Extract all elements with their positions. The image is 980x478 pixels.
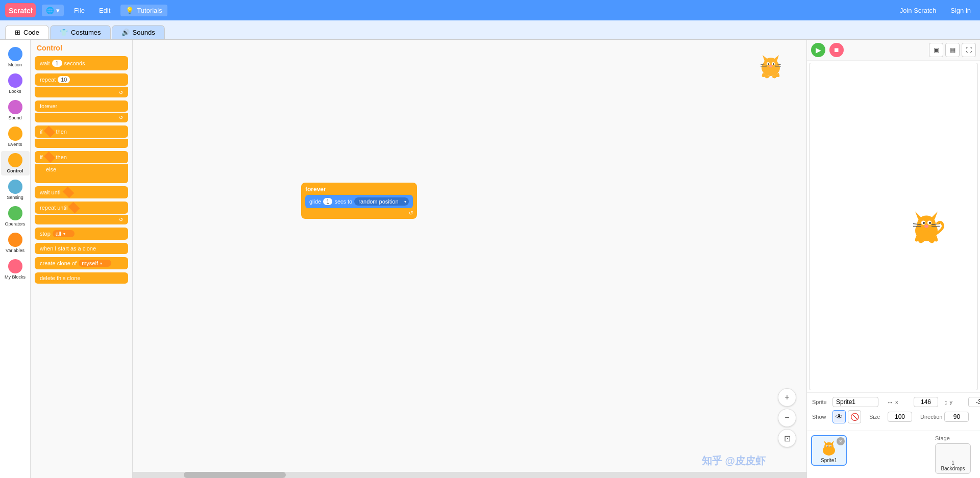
block-repeat-until[interactable]: repeat until <box>35 202 128 214</box>
tab-sounds[interactable]: 🔊 Sounds <box>112 25 165 39</box>
stage-preview[interactable] <box>809 63 978 390</box>
stage-small-button[interactable]: ▣ <box>929 43 943 57</box>
variables-dot <box>8 233 22 247</box>
block-wait[interactable]: wait 1 seconds <box>35 56 128 70</box>
block-clone-start[interactable]: when I start as a clone <box>35 243 128 254</box>
diamond-icon4 <box>68 202 80 214</box>
direction-input[interactable] <box>944 412 969 422</box>
events-label: Events <box>8 142 22 147</box>
size-input[interactable] <box>888 412 912 422</box>
tutorials-icon: 💡 <box>126 7 134 14</box>
sidebar-item-operators[interactable]: Operators <box>1 204 30 229</box>
stage-thumb[interactable]: 1 Backdrops <box>935 443 971 474</box>
tutorials-button[interactable]: 💡 Tutorials <box>120 5 167 16</box>
zoom-out-button[interactable]: − <box>778 409 796 427</box>
svg-point-33 <box>827 445 828 446</box>
svg-point-21 <box>929 222 931 224</box>
code-icon: ⊞ <box>15 29 20 36</box>
block-delete-clone[interactable]: delete this clone <box>35 272 128 284</box>
stop-dropdown[interactable]: all▾ <box>53 230 75 237</box>
glide-block[interactable]: glide 1 secs to random position <box>305 195 413 208</box>
tab-costumes[interactable]: 👕 Costumes <box>50 25 111 39</box>
stage-fullscreen-button[interactable]: ⛶ <box>962 43 976 57</box>
looks-label: Looks <box>9 89 21 94</box>
x-input[interactable] <box>914 397 938 407</box>
globe-menu[interactable]: 🌐 ▾ <box>42 5 64 16</box>
block-forever-bottom[interactable]: ↺ <box>35 113 128 122</box>
glide-input[interactable]: 1 <box>323 198 332 205</box>
sound-label: Sound <box>8 115 21 120</box>
block-repeat-inner[interactable]: ↺ <box>35 87 128 97</box>
sidebar-item-control[interactable]: Control <box>1 151 30 175</box>
zoom-in-button[interactable]: + <box>778 388 796 407</box>
block-forever[interactable]: forever <box>35 100 128 112</box>
glide-label: glide <box>309 198 321 205</box>
sprite-name-input[interactable] <box>832 397 878 407</box>
sprite-list-area: ✕ Sprite1 Stage <box>807 431 980 478</box>
block-else-bottom[interactable] <box>35 174 128 183</box>
globe-arrow: ▾ <box>56 7 60 14</box>
size-pair: Size <box>869 412 912 422</box>
sign-in-link[interactable]: Sign in <box>946 5 975 16</box>
block-else-label[interactable]: else <box>35 164 128 174</box>
svg-text:Scratch: Scratch <box>9 7 33 15</box>
diamond-icon2 <box>43 152 55 163</box>
glide-destination-dropdown[interactable]: random position <box>354 197 408 206</box>
sidebar-item-sensing[interactable]: Sensing <box>1 178 30 202</box>
sprite1-thumb[interactable]: ✕ Sprite1 <box>811 435 847 466</box>
x-icon: ↔ <box>887 398 893 406</box>
show-hidden-button[interactable]: 🚫 <box>848 410 861 423</box>
sidebar-item-sound[interactable]: Sound <box>1 98 30 122</box>
block-create-clone[interactable]: create clone of myself▾ <box>35 257 128 269</box>
scratch-logo[interactable]: Scratch <box>5 3 36 17</box>
block-if-else[interactable]: if then <box>35 151 128 163</box>
main-layout: Motion Looks Sound Events Control Sensin… <box>0 40 980 478</box>
script-area[interactable]: forever glide 1 secs to random position … <box>133 40 806 478</box>
block-if-then-bottom[interactable] <box>35 139 128 148</box>
stage-area: ▶ ⏹ ▣ ▦ ⛶ <box>806 40 980 478</box>
forever-block[interactable]: forever glide 1 secs to random position … <box>301 183 417 219</box>
edit-menu[interactable]: Edit <box>95 5 114 16</box>
block-repeat[interactable]: repeat 10 <box>35 73 128 86</box>
forever-block-wrapper[interactable]: forever glide 1 secs to random position … <box>301 183 417 219</box>
horizontal-scrollbar[interactable] <box>133 472 806 478</box>
svg-point-20 <box>923 222 925 224</box>
sprite-label: Sprite <box>812 399 828 405</box>
y-input[interactable] <box>968 397 981 407</box>
variables-label: Variables <box>6 248 24 253</box>
zoom-controls: + − ⊡ <box>778 388 796 447</box>
green-flag-button[interactable]: ▶ <box>811 43 825 57</box>
operators-dot <box>8 206 22 220</box>
scrollbar-thumb[interactable] <box>184 472 286 478</box>
y-icon: ↕ <box>944 398 948 406</box>
sprite-delete-button[interactable]: ✕ <box>837 437 845 445</box>
join-scratch-link[interactable]: Join Scratch <box>896 5 941 16</box>
sidebar-item-motion[interactable]: Motion <box>1 45 30 69</box>
block-repeat-until-bottom[interactable]: ↺ <box>35 215 128 224</box>
sidebar-item-looks[interactable]: Looks <box>1 71 30 96</box>
stop-button[interactable]: ⏹ <box>829 43 844 57</box>
sidebar-item-variables[interactable]: Variables <box>1 231 30 255</box>
svg-point-34 <box>830 445 831 446</box>
zoom-fit-button[interactable]: ⊡ <box>778 429 796 447</box>
create-clone-dropdown[interactable]: myself▾ <box>79 260 111 267</box>
sprite-list: ✕ Sprite1 <box>811 435 931 474</box>
x-coord-pair: ↔ x <box>887 397 938 407</box>
sidebar-item-my-blocks[interactable]: My Blocks <box>1 257 30 282</box>
globe-icon: 🌐 <box>46 7 54 14</box>
stage-list-header: Stage <box>935 435 976 441</box>
show-buttons: 👁 🚫 <box>832 410 861 423</box>
motion-label: Motion <box>8 62 22 67</box>
secs-to-label: secs to <box>334 198 352 205</box>
block-stop[interactable]: stop all▾ <box>35 228 128 240</box>
block-wait-until[interactable]: wait until <box>35 186 128 198</box>
watermark: 知乎 @皮皮虾 <box>702 454 766 468</box>
sidebar-item-events[interactable]: Events <box>1 124 30 149</box>
show-visible-button[interactable]: 👁 <box>832 410 846 423</box>
nav-right: Join Scratch Sign in <box>896 5 975 16</box>
stage-normal-button[interactable]: ▦ <box>945 43 960 57</box>
block-if-then[interactable]: if then <box>35 125 128 138</box>
looks-dot <box>8 73 22 88</box>
file-menu[interactable]: File <box>70 5 89 16</box>
tab-code[interactable]: ⊞ Code <box>5 25 49 39</box>
